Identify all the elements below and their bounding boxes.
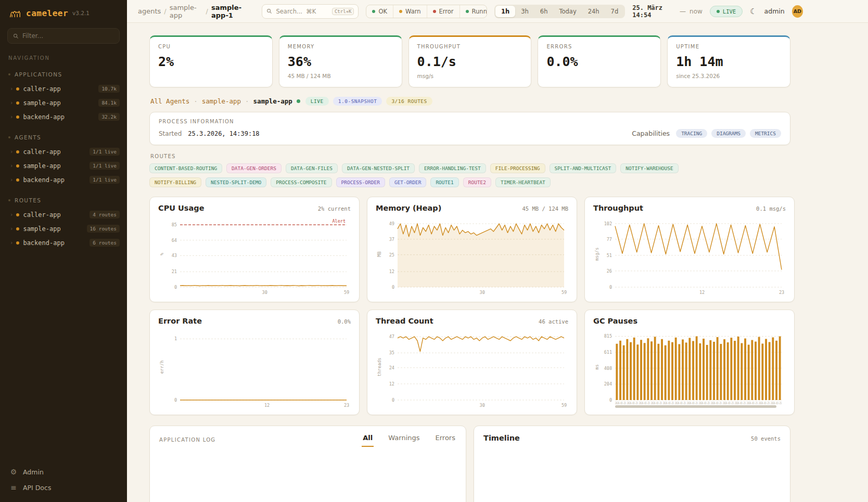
sidebar-item-caller-app[interactable]: ›caller-app10.7k xyxy=(0,82,127,96)
dark-mode-toggle[interactable]: ☾ xyxy=(750,7,757,15)
time-range-24h[interactable]: 24h xyxy=(582,6,605,17)
route-badge-nested-split-demo[interactable]: NESTED-SPLIT-DEMO xyxy=(206,177,266,187)
status-filter-running[interactable]: Running xyxy=(459,5,487,18)
svg-text:26: 26 xyxy=(607,268,612,274)
global-search[interactable]: Ctrl+K xyxy=(262,4,359,19)
stat-label: MEMORY xyxy=(288,44,393,49)
log-tab-all[interactable]: All xyxy=(362,434,374,447)
sidebar-item-backend-app[interactable]: ›backend-app32.2k xyxy=(0,110,127,124)
breadcrumb-agents[interactable]: agents xyxy=(138,7,161,15)
search-input[interactable] xyxy=(276,8,328,15)
sidebar-item-sample-app[interactable]: ›sample-app16 routes xyxy=(0,222,127,236)
time-range-today[interactable]: Today xyxy=(553,6,582,17)
route-badge-process-order[interactable]: PROCESS-ORDER xyxy=(336,177,385,187)
stat-card-throughput: THROUGHPUT0.1/smsg/s xyxy=(409,35,532,87)
svg-text:23: 23 xyxy=(779,290,784,295)
time-range-3h[interactable]: 3h xyxy=(515,6,534,17)
route-badge-get-order[interactable]: GET-ORDER xyxy=(389,177,426,187)
status-filter-error[interactable]: Error xyxy=(427,5,459,18)
stat-value: 1h 14m xyxy=(676,54,782,69)
sidebar-footer-api-docs[interactable]: ≡API Docs xyxy=(9,483,118,492)
live-toggle[interactable]: LIVE xyxy=(710,6,743,17)
sidebar-footer-admin[interactable]: ⚙Admin xyxy=(9,468,118,476)
log-tab-errors[interactable]: Errors xyxy=(435,434,456,447)
stat-label: ERRORS xyxy=(546,44,652,49)
svg-text:59: 59 xyxy=(561,290,567,295)
status-filter-label: Running xyxy=(472,8,487,15)
chart-plot: 012253749MB3059 xyxy=(376,216,568,298)
stat-sublabel: since 25.3.2026 xyxy=(676,73,782,79)
svg-text:ms: ms xyxy=(594,364,599,369)
agent-crumb-link[interactable]: All Agents xyxy=(150,97,189,105)
crumb-separator: · xyxy=(245,97,249,105)
sidebar-item-sample-app[interactable]: ›sample-app84.1k xyxy=(0,96,127,110)
sidebar-item-badge: 6 routes xyxy=(90,239,120,247)
status-dot-icon xyxy=(16,213,19,216)
sidebar-section-header[interactable]: AGENTS xyxy=(0,134,127,140)
sidebar-sections: APPLICATIONS›caller-app10.7k›sample-app8… xyxy=(0,61,127,250)
sidebar-item-badge: 1/1 live xyxy=(90,148,120,156)
route-badge-data-gen-orders[interactable]: DATA-GEN-ORDERS xyxy=(226,163,282,173)
avatar[interactable]: AD xyxy=(792,5,803,18)
log-tab-warnings[interactable]: Warnings xyxy=(387,434,420,447)
svg-text:408: 408 xyxy=(604,366,612,371)
route-badge-route2[interactable]: ROUTE2 xyxy=(463,177,491,187)
sidebar-item-backend-app[interactable]: ›backend-app6 routes xyxy=(0,236,127,250)
sidebar-item-caller-app[interactable]: ›caller-app4 routes xyxy=(0,208,127,222)
sidebar-item-badge: 10.7k xyxy=(98,85,120,93)
time-range-7d[interactable]: 7d xyxy=(605,6,624,17)
route-badge-process-composite[interactable]: PROCESS-COMPOSITE xyxy=(271,177,331,187)
svg-text:0: 0 xyxy=(392,285,394,290)
main-area: agents / sample-app / sample-app-1 Ctrl+… xyxy=(127,0,868,502)
agent-badge-live: LIVE xyxy=(305,97,329,106)
chevron-right-icon: › xyxy=(10,176,12,183)
sidebar-item-sample-app[interactable]: ›sample-app1/1 live xyxy=(0,159,127,173)
svg-text:611: 611 xyxy=(604,350,612,355)
stat-card-memory: MEMORY36%45 MB / 124 MB xyxy=(279,35,402,87)
sidebar-item-caller-app[interactable]: ›caller-app1/1 live xyxy=(0,145,127,159)
stat-label: THROUGHPUT xyxy=(417,44,523,49)
route-badge-notify-billing[interactable]: NOTIFY-BILLING xyxy=(149,177,201,187)
svg-text:0: 0 xyxy=(609,285,612,290)
sidebar-item-badge: 84.1k xyxy=(98,99,120,107)
svg-text:12: 12 xyxy=(389,269,394,274)
status-filter-warn[interactable]: Warn xyxy=(393,5,427,18)
route-badge-error-handling-test[interactable]: ERROR-HANDLING-TEST xyxy=(419,163,486,173)
route-badge-timer-heartbeat[interactable]: TIMER-HEARTBEAT xyxy=(495,177,551,187)
route-badge-data-gen-nested-split[interactable]: DATA-GEN-NESTED-SPLIT xyxy=(342,163,415,173)
route-badge-route1[interactable]: ROUTE1 xyxy=(430,177,458,187)
gear-icon: ⚙ xyxy=(9,468,18,476)
svg-text:msg/s: msg/s xyxy=(594,248,599,261)
status-filter-ok[interactable]: OK xyxy=(366,5,393,18)
route-badge-content-based-routing[interactable]: CONTENT-BASED-ROUTING xyxy=(149,163,222,173)
crumb-separator: · xyxy=(194,97,198,105)
time-range-1h[interactable]: 1h xyxy=(495,6,515,17)
status-dot-icon xyxy=(16,164,19,168)
time-window[interactable]: 25. März 14:54 — now xyxy=(632,4,703,19)
svg-text:12: 12 xyxy=(389,381,394,387)
svg-text:25: 25 xyxy=(389,252,394,258)
route-badge-file-processing[interactable]: FILE-PROCESSING xyxy=(490,163,545,173)
chart-title: Error Rate xyxy=(158,317,202,325)
agent-crumb-link[interactable]: sample-app xyxy=(202,97,241,105)
breadcrumb-sample-app[interactable]: sample-app xyxy=(170,4,203,19)
svg-text:0: 0 xyxy=(609,397,612,403)
sidebar-item-backend-app[interactable]: ›backend-app1/1 live xyxy=(0,173,127,187)
sidebar-section-header[interactable]: ROUTES xyxy=(0,197,127,203)
route-badge-data-gen-files[interactable]: DATA-GEN-FILES xyxy=(286,163,338,173)
time-range-6h[interactable]: 6h xyxy=(534,6,554,17)
svg-text:12: 12 xyxy=(264,403,270,408)
stat-label: CPU xyxy=(158,44,264,49)
logo[interactable]: cameleer v3.2.1 xyxy=(0,0,127,24)
breadcrumb-separator: / xyxy=(164,7,166,15)
route-badge-split-and-multicast[interactable]: SPLIT-AND-MULTICAST xyxy=(550,163,617,173)
route-badge-notify-warehouse[interactable]: NOTIFY-WAREHOUSE xyxy=(620,163,679,173)
agent-header-row: All Agents·sample-app·sample-app LIVE1.0… xyxy=(150,97,789,106)
sidebar-section-header[interactable]: APPLICATIONS xyxy=(0,71,127,78)
filter-input[interactable] xyxy=(22,32,114,40)
svg-text:21: 21 xyxy=(172,269,177,274)
chevron-right-icon: › xyxy=(10,211,12,218)
user-name: admin xyxy=(764,7,785,15)
chart-title: Thread Count xyxy=(376,317,433,325)
route-badge-list: CONTENT-BASED-ROUTINGDATA-GEN-ORDERSDATA… xyxy=(149,163,722,187)
